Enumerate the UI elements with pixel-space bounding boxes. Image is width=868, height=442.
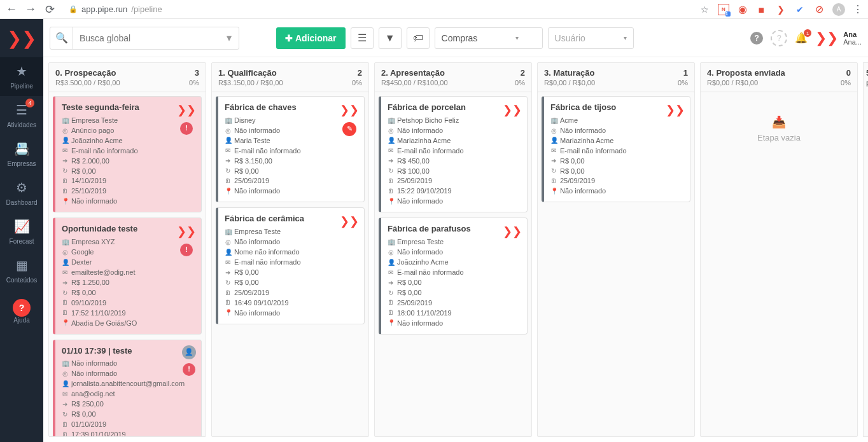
building-icon: 🏢 bbox=[225, 116, 231, 126]
building-icon: 🏢 bbox=[550, 116, 557, 126]
deal-card[interactable]: ❯❯✎ Fábrica de chaves 🏢Disney◎Não inform… bbox=[216, 96, 365, 202]
column-header[interactable]: 1. Qualificação 2 R$3.150,00 / R$0,00 0% bbox=[212, 63, 368, 92]
extension-spiral-icon[interactable]: ◉ bbox=[737, 4, 748, 15]
card-badges: ❯❯! bbox=[177, 223, 196, 256]
forward-button[interactable]: → bbox=[24, 3, 37, 16]
kanban-column: 2. Apresentação 2 R$450,00 / R$100,00 0%… bbox=[374, 62, 532, 437]
user-menu[interactable]: ❯❯ Ana Ana... bbox=[815, 30, 862, 46]
column-body[interactable]: ❯❯! Teste segunda-feira 🏢Empresa Teste◎A… bbox=[49, 92, 206, 436]
deal-card[interactable]: ❯❯! Teste segunda-feira 🏢Empresa Teste◎A… bbox=[53, 96, 202, 212]
sidebar-item-pipeline[interactable]: ★Pipeline bbox=[0, 57, 43, 96]
profile-avatar[interactable]: A bbox=[832, 3, 845, 16]
nav-icon: ★ bbox=[16, 64, 27, 79]
card-title: Oportunidade teste bbox=[62, 223, 195, 235]
sidebar-help[interactable]: ?Ajuda bbox=[0, 290, 43, 330]
card-field: 🏢Empresa Teste bbox=[62, 116, 195, 126]
cycle-icon: ↻ bbox=[225, 279, 231, 288]
sidebar-item-dashboard[interactable]: ⚙Dashboard bbox=[0, 174, 43, 212]
edit-icon[interactable]: ✎ bbox=[342, 122, 356, 136]
tag-button[interactable]: 🏷 bbox=[407, 27, 430, 49]
pipeline-select[interactable]: Compras ▾ bbox=[435, 27, 543, 49]
deal-card[interactable]: 👤! 01/10 17:39 | teste 🏢Não informado◎Nã… bbox=[53, 340, 202, 436]
user-select[interactable]: Usuário ▾ bbox=[548, 27, 634, 49]
card-field: 📍Não informado bbox=[62, 197, 195, 207]
back-button[interactable]: ← bbox=[5, 3, 18, 16]
url-path: /pipeline bbox=[131, 4, 162, 14]
search-button[interactable]: 🔍 bbox=[50, 27, 73, 49]
card-field: 🗓25/09/2019 bbox=[225, 288, 358, 298]
bookmark-star-icon[interactable]: ☆ bbox=[699, 4, 710, 15]
wing-icon: ❯❯ bbox=[177, 102, 196, 118]
search-input[interactable] bbox=[73, 27, 220, 49]
arrow-icon: ➜ bbox=[62, 156, 68, 166]
card-badges: ❯❯ bbox=[503, 223, 522, 240]
target-icon: ◎ bbox=[388, 248, 394, 258]
extension-diamond-icon[interactable]: ◆ bbox=[753, 1, 769, 17]
column-body[interactable]: ❯❯ Fábrica de tijoso 🏢Acme◎Não informado… bbox=[538, 92, 694, 436]
url-bar[interactable]: 🔒 app.pipe.run/pipeline bbox=[69, 4, 162, 14]
extension-icons: ☆ N ◉ ◆ ❯ ✔ ⊘ A ⋮ bbox=[699, 3, 863, 16]
filter-button[interactable]: ▼ bbox=[379, 27, 402, 49]
column-header[interactable]: 2. Apresentação 2 R$450,00 / R$100,00 0% bbox=[375, 63, 531, 92]
user-icon: 👤 bbox=[388, 258, 394, 268]
card-field: ✉E-mail não informado bbox=[388, 146, 521, 156]
cal-icon: 🗓 bbox=[62, 431, 68, 436]
card-field: ✉emailteste@odig.net bbox=[62, 268, 195, 278]
deal-card[interactable]: ❯❯ Fábrica de tijoso 🏢Acme◎Não informado… bbox=[542, 96, 690, 202]
sidebar-item-forecast[interactable]: 📈Forecast bbox=[0, 212, 43, 251]
card-field: ✉ana@odig.net bbox=[62, 389, 195, 399]
help-outline-icon[interactable]: ? bbox=[771, 30, 787, 46]
card-field: 🗓25/09/2019 bbox=[225, 176, 358, 186]
sidebar-item-conteúdos[interactable]: ▦Conteúdos bbox=[0, 251, 43, 290]
deal-card[interactable]: ❯❯ Fábrica de parafusos 🏢Empresa Teste◎N… bbox=[379, 218, 528, 334]
card-field: ↻R$ 0,00 bbox=[388, 288, 521, 298]
browser-menu-icon[interactable]: ⋮ bbox=[853, 3, 863, 15]
search-dropdown-caret[interactable]: ▾ bbox=[220, 27, 239, 49]
card-field: 👤Mariazinha Acme bbox=[388, 136, 521, 146]
extension-check-icon[interactable]: ✔ bbox=[794, 4, 806, 15]
add-button[interactable]: ✚Adicionar bbox=[276, 27, 346, 49]
cal-icon: 🗓 bbox=[62, 298, 68, 308]
card-field: ➜R$ 0,00 bbox=[550, 156, 683, 167]
deal-card[interactable]: ❯❯! Oportunidade teste 🏢Empresa XYZ◎Goog… bbox=[53, 218, 202, 334]
building-icon: 🏢 bbox=[62, 238, 68, 247]
extension-blocker-icon[interactable]: ⊘ bbox=[813, 4, 825, 15]
card-field: ◎Não informado bbox=[388, 247, 521, 258]
cycle-icon: ↻ bbox=[62, 167, 68, 176]
card-title: Fábrica de chaves bbox=[225, 102, 358, 114]
arrow-icon: ➜ bbox=[62, 400, 68, 410]
column-body[interactable]: 📥Etapa vazia bbox=[701, 92, 857, 436]
column-body[interactable]: ❯❯✎ Fábrica de chaves 🏢Disney◎Não inform… bbox=[212, 92, 368, 436]
card-field: ➜R$ 450,00 bbox=[388, 156, 521, 167]
card-field: 👤Dexter bbox=[62, 258, 195, 268]
extension-n-icon[interactable]: N bbox=[718, 4, 729, 15]
card-field: 🗓18:00 11/10/2019 bbox=[388, 308, 521, 319]
card-field: 🗓25/09/2019 bbox=[550, 176, 683, 186]
card-field: ↻R$ 0,00 bbox=[62, 167, 195, 177]
extension-wing-icon[interactable]: ❯ bbox=[775, 4, 787, 15]
wing-icon: ❯❯ bbox=[177, 223, 196, 240]
kanban-board[interactable]: 0. Prospecação 3 R$3.500,00 / R$0,00 0% … bbox=[43, 57, 868, 442]
deal-card[interactable]: ❯❯ Fábrica de porcelan 🏢Petshop Bicho Fe… bbox=[379, 96, 528, 212]
lock-icon: 🔒 bbox=[69, 5, 78, 13]
notifications-bell[interactable]: 🔔1 bbox=[795, 32, 808, 44]
user-icon: 👤 bbox=[225, 248, 231, 258]
card-badges: ❯❯ bbox=[666, 102, 685, 118]
column-header[interactable]: 4. Proposta enviada 0 R$0,00 / R$0,00 0% bbox=[701, 63, 857, 92]
deal-card[interactable]: ❯❯ Fábrica de cerâmica 🏢Empresa Teste◎Nã… bbox=[216, 207, 365, 324]
column-header[interactable]: 0. Prospecação 3 R$3.500,00 / R$0,00 0% bbox=[49, 63, 206, 92]
column-header[interactable]: 3. Maturação 1 R$0,00 / R$0,00 0% bbox=[538, 63, 694, 92]
column-percent: 0% bbox=[352, 79, 362, 86]
sidebar-item-atividades[interactable]: 4☰Atividades bbox=[0, 96, 43, 135]
column-body[interactable]: ❯❯ Fábrica de porcelan 🏢Petshop Bicho Fe… bbox=[375, 92, 531, 436]
cal-icon: 🗓 bbox=[62, 420, 68, 430]
sidebar-item-empresas[interactable]: 📇Empresas bbox=[0, 135, 43, 174]
list-view-button[interactable]: ☰ bbox=[351, 27, 374, 49]
app-logo[interactable]: ❯❯ bbox=[0, 19, 43, 57]
kanban-column: 1. Qualificação 2 R$3.150,00 / R$0,00 0%… bbox=[211, 62, 369, 437]
column-money: R$0,00 / R$0,00 bbox=[707, 79, 758, 86]
reload-button[interactable]: ⟳ bbox=[43, 3, 56, 17]
help-icon[interactable]: ? bbox=[750, 32, 763, 45]
cycle-icon: ↻ bbox=[388, 289, 394, 298]
card-field: 🗓09/10/2019 bbox=[62, 298, 195, 308]
